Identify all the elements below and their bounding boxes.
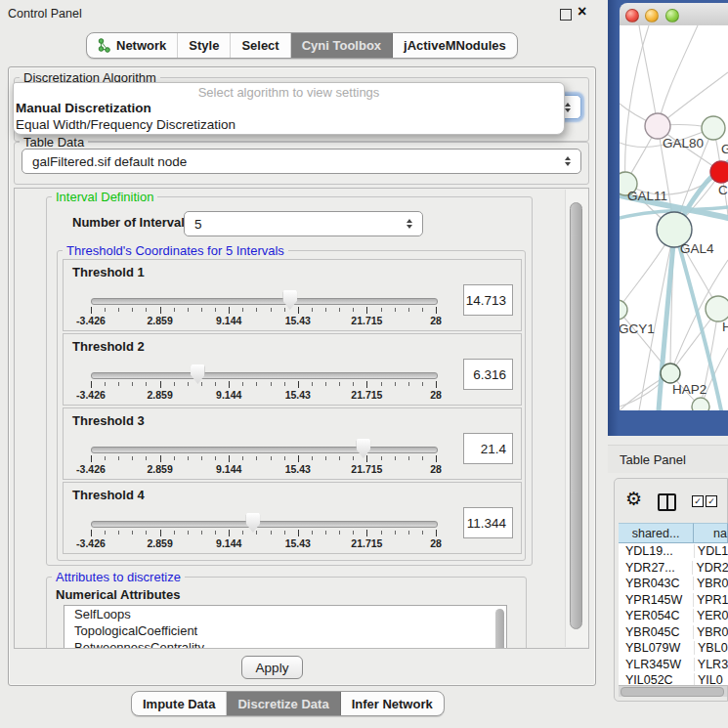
tab-jactivemnodules[interactable]: jActiveMNodules: [393, 33, 517, 58]
dropdown-option-manual-discretization[interactable]: Manual Discretization: [16, 101, 151, 115]
slider-scale-label: 21.715: [351, 315, 382, 326]
network-node-c[interactable]: [710, 161, 728, 183]
slider-tick: [366, 307, 367, 314]
numerical-attributes-list[interactable]: SelfLoopsTopologicalCoefficientBetweenne…: [64, 605, 507, 649]
slider-tick: [408, 382, 409, 386]
threshold-slider-track[interactable]: [91, 298, 438, 305]
network-node[interactable]: [692, 398, 709, 410]
slider-tick: [242, 308, 243, 312]
slider-scale-label: -3.426: [76, 463, 106, 475]
gear-icon[interactable]: ⚙: [625, 491, 642, 507]
tab-discretize-data[interactable]: Discretize Data: [227, 692, 340, 715]
network-node-label: HAP2: [672, 382, 707, 397]
threshold-slider-track[interactable]: [91, 372, 438, 379]
threshold-slider-track[interactable]: [91, 447, 438, 453]
slider-tick: [174, 308, 175, 312]
apply-button[interactable]: Apply: [241, 656, 303, 679]
zoom-traffic-light[interactable]: [665, 9, 679, 22]
threshold-slider-track[interactable]: [91, 521, 438, 528]
slider-scale-label: 15.43: [285, 389, 311, 401]
table-row[interactable]: YDR27...YDR2: [619, 560, 728, 577]
tab-select[interactable]: Select: [231, 33, 290, 58]
slider-scale-label: 15.43: [285, 537, 311, 549]
numerical-attributes-label: Numerical Attributes: [56, 587, 180, 602]
table-cell-shared-name: YLR345W: [619, 658, 695, 671]
split-column-icon[interactable]: [658, 493, 676, 511]
settings-scroll-thumb[interactable]: [570, 202, 582, 629]
minimize-traffic-light[interactable]: [645, 9, 659, 22]
tab-network[interactable]: Network: [87, 33, 178, 58]
tab-style[interactable]: Style: [178, 33, 231, 58]
table-cell-name: YDL1: [695, 544, 728, 558]
checkbox-checked-icon[interactable]: ✓: [692, 495, 704, 507]
slider-tick-row: [91, 307, 436, 315]
threshold-label: Threshold 1: [72, 265, 145, 279]
table-row[interactable]: YDL19...YDL1: [619, 543, 728, 560]
attributes-group-title: Attributes to discretize: [52, 570, 185, 584]
slider-tick: [366, 381, 367, 388]
network-node-h[interactable]: [706, 296, 728, 321]
network-node-hap2[interactable]: [661, 364, 680, 383]
table-row[interactable]: YBR045CYBR0: [619, 624, 728, 641]
slider-tick: [188, 382, 189, 386]
attribute-list-item[interactable]: BetweennessCentrality: [64, 639, 506, 649]
threshold-value-box[interactable]: 11.344: [463, 507, 513, 538]
slider-tick: [132, 531, 133, 535]
slider-scale-label: 2.859: [147, 463, 172, 475]
list-scrollbar[interactable]: [495, 609, 504, 649]
combo-arrows-icon: [565, 103, 571, 112]
table-row[interactable]: YBR043CYBR0: [619, 576, 728, 592]
number-of-intervals-spinner[interactable]: 5: [184, 211, 423, 236]
slider-tick: [381, 456, 382, 460]
slider-scale-label: 28: [430, 389, 442, 401]
slider-tick: [160, 381, 161, 388]
slider-tick-row: [91, 381, 436, 389]
slider-tick: [284, 308, 285, 312]
table-row[interactable]: YBL079WYBL0: [619, 640, 728, 657]
table-cell-shared-name: YDL19...: [619, 544, 695, 558]
column-header-shared-name[interactable]: shared...: [619, 523, 694, 543]
tab-impute-data[interactable]: Impute Data: [132, 692, 227, 715]
table-hscrollbar[interactable]: [619, 685, 727, 697]
table-row[interactable]: YLR345WYLR3: [619, 657, 728, 673]
slider-tick: [339, 308, 340, 312]
slider-tick: [422, 456, 423, 460]
slider-tick: [105, 308, 106, 312]
checkbox-checked-icon[interactable]: ✓: [706, 495, 717, 507]
tab-cyni-toolbox[interactable]: Cyni Toolbox: [291, 33, 393, 58]
attribute-list-item[interactable]: TopologicalCoefficient: [64, 622, 506, 639]
threshold-block-3: Threshold 3-3.4262.8599.14415.4321.71528…: [63, 407, 522, 480]
table-hscrollbar-thumb[interactable]: [621, 687, 724, 697]
float-window-icon[interactable]: [560, 9, 572, 21]
slider-tick: [118, 382, 119, 386]
slider-tick: [353, 382, 354, 386]
slider-tick: [105, 382, 106, 386]
slider-tick: [381, 308, 382, 312]
dropdown-option-equal-width-frequency[interactable]: Equal Width/Frequency Discretization: [16, 117, 236, 132]
network-window-titlebar[interactable]: [620, 3, 728, 26]
table-row[interactable]: YER054CYER0: [619, 608, 728, 624]
network-canvas[interactable]: GAL80GALCGAL11GAL4GCY1HHAP2: [620, 25, 728, 410]
close-traffic-light[interactable]: [625, 9, 639, 22]
slider-tick: [146, 531, 147, 535]
table-row[interactable]: YIL052CYIL0: [619, 672, 728, 685]
slider-tick: [174, 456, 175, 460]
network-node-gal[interactable]: [702, 116, 725, 140]
threshold-value-box[interactable]: 21.4: [463, 433, 513, 464]
tab-infer-network[interactable]: Infer Network: [341, 692, 444, 715]
table-data-combobox[interactable]: galFiltered.sif default node: [21, 149, 581, 174]
network-node-label: GCY1: [620, 321, 655, 336]
slider-scale-label: 28: [430, 315, 442, 326]
slider-tick: [256, 308, 257, 312]
column-header-name[interactable]: na: [694, 523, 728, 543]
table-row[interactable]: YPR145WYPR1: [619, 592, 728, 609]
threshold-value-box[interactable]: 6.316: [463, 359, 513, 390]
slider-tick: [91, 381, 92, 388]
network-node-gcy1[interactable]: [620, 300, 627, 320]
slider-scale-label: 21.715: [351, 537, 382, 549]
slider-tick: [284, 382, 285, 386]
close-icon[interactable]: ×: [578, 3, 586, 21]
attribute-list-item[interactable]: SelfLoops: [64, 606, 506, 622]
slider-scale-label: 2.859: [147, 389, 172, 401]
threshold-value-box[interactable]: 14.713: [463, 284, 513, 316]
